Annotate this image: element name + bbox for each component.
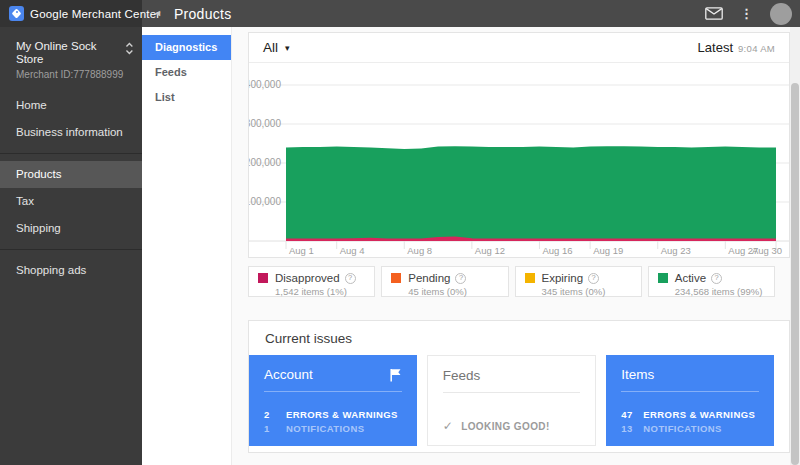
notifications-label: NOTIFICATIONS: [643, 423, 721, 434]
sidebar-item-tax[interactable]: Tax: [0, 188, 142, 215]
issue-status-ok: ✓ LOOKING GOOD!: [443, 419, 581, 433]
sidebar-item-shipping[interactable]: Shipping: [0, 215, 142, 242]
legend-item-active: Active ? 234,568 items (99%): [648, 266, 775, 297]
chart-toolbar: All ▾ Latest9:04 AM: [249, 33, 789, 63]
notifications-count: 13: [621, 423, 634, 434]
main-content: All ▾ Latest9:04 AM 100,000200,000300,00…: [232, 27, 790, 465]
app-logo[interactable]: Google Merchant Center: [0, 0, 142, 27]
divider: [264, 391, 402, 392]
issue-card-account[interactable]: Account 2 ERRORS & WARNINGS 1: [249, 355, 417, 446]
diagnostics-chart-card: All ▾ Latest9:04 AM 100,000200,000300,00…: [248, 32, 790, 258]
errors-count: 2: [264, 409, 277, 420]
issue-card-items[interactable]: Items 47 ERRORS & WARNINGS 13 NOTIFICATI…: [606, 355, 774, 446]
issue-card-title: Account: [264, 367, 313, 382]
svg-text:300,000: 300,000: [249, 118, 281, 129]
avatar[interactable]: [770, 3, 792, 25]
latest-label: Latest: [698, 40, 733, 55]
notifications-count: 1: [264, 423, 277, 434]
legend-detail: 1,542 items (1%): [275, 286, 356, 297]
products-area-chart[interactable]: 100,000200,000300,000400,000Aug 1Aug 4Au…: [249, 63, 789, 257]
sidebar: My Online Sock Store Merchant ID:7778889…: [0, 27, 142, 465]
legend-detail: 345 items (0%): [542, 286, 606, 297]
issue-stats: 2 ERRORS & WARNINGS 1 NOTIFICATIONS: [264, 406, 402, 434]
merchant-center-app: Google Merchant Center ◄ Products ⋮ My O…: [0, 0, 800, 465]
sidebar-item-shopping-ads[interactable]: Shopping ads: [0, 257, 142, 284]
errors-count: 47: [621, 409, 634, 420]
more-menu-icon[interactable]: ⋮: [740, 7, 753, 20]
chart-legend: Disapproved ? 1,542 items (1%) Pending ?…: [248, 266, 790, 297]
tab-list[interactable]: List: [142, 85, 231, 110]
pending-color-swatch: [391, 273, 401, 283]
account-switcher[interactable]: My Online Sock Store Merchant ID:7778889…: [0, 27, 142, 92]
issue-card-title: Feeds: [443, 368, 481, 383]
svg-text:Aug 1: Aug 1: [289, 245, 314, 256]
help-icon[interactable]: ?: [345, 273, 356, 284]
active-color-swatch: [658, 273, 668, 283]
legend-label: Active: [675, 272, 706, 284]
merchant-center-logo-icon: [9, 6, 24, 21]
notifications-label: NOTIFICATIONS: [286, 423, 364, 434]
latest-time: 9:04 AM: [738, 43, 775, 54]
expiring-color-swatch: [525, 273, 535, 283]
svg-text:Aug 23: Aug 23: [661, 245, 691, 256]
current-issues-title: Current issues: [249, 321, 774, 355]
svg-text:Aug 8: Aug 8: [407, 245, 432, 256]
svg-text:Aug 16: Aug 16: [542, 245, 572, 256]
merchant-id: Merchant ID:777888999: [16, 69, 125, 80]
legend-label: Pending: [408, 272, 450, 284]
sidebar-divider: [0, 153, 142, 154]
back-icon[interactable]: ◄: [153, 0, 162, 27]
mail-icon[interactable]: [705, 7, 723, 20]
errors-label: ERRORS & WARNINGS: [286, 409, 398, 420]
legend-label: Disapproved: [275, 272, 340, 284]
sidebar-item-home[interactable]: Home: [0, 92, 142, 119]
svg-text:Aug 19: Aug 19: [593, 245, 623, 256]
chevron-down-icon: ▾: [285, 43, 290, 53]
issue-stats: 47 ERRORS & WARNINGS 13 NOTIFICATIONS: [621, 406, 759, 434]
sidebar-divider: [0, 249, 142, 250]
tab-feeds[interactable]: Feeds: [142, 60, 231, 85]
tab-diagnostics[interactable]: Diagnostics: [142, 35, 231, 60]
scrollbar-thumb[interactable]: [791, 83, 799, 465]
products-subnav: Diagnostics Feeds List: [142, 27, 232, 465]
legend-detail: 234,568 items (99%): [675, 286, 763, 297]
issue-card-feeds[interactable]: Feeds ✓ LOOKING GOOD!: [427, 355, 597, 446]
account-name: My Online Sock Store: [16, 40, 125, 66]
page-title: Products: [174, 6, 232, 22]
legend-label: Expiring: [542, 272, 584, 284]
flag-icon: [389, 368, 402, 382]
errors-label: ERRORS & WARNINGS: [643, 409, 755, 420]
legend-detail: 45 items (0%): [408, 286, 467, 297]
check-icon: ✓: [443, 419, 453, 433]
svg-text:100,000: 100,000: [249, 196, 281, 207]
help-icon[interactable]: ?: [711, 273, 722, 284]
current-issues-row: Account 2 ERRORS & WARNINGS 1: [249, 355, 774, 446]
filter-label: All: [263, 40, 278, 55]
help-icon[interactable]: ?: [588, 273, 599, 284]
current-issues-card: Current issues Account 2 ERROR: [248, 320, 790, 453]
vertical-scrollbar[interactable]: [790, 27, 800, 465]
status-label: LOOKING GOOD!: [461, 421, 550, 432]
legend-item-pending: Pending ? 45 items (0%): [381, 266, 508, 297]
filter-dropdown[interactable]: All ▾: [263, 40, 290, 55]
sidebar-item-business-information[interactable]: Business information: [0, 119, 142, 146]
unfold-more-icon: [125, 42, 134, 55]
divider: [443, 392, 581, 393]
sidebar-item-products[interactable]: Products: [0, 161, 142, 188]
top-bar: Google Merchant Center ◄ Products ⋮: [0, 0, 800, 27]
legend-item-disapproved: Disapproved ? 1,542 items (1%): [248, 266, 375, 297]
legend-item-expiring: Expiring ? 345 items (0%): [515, 266, 642, 297]
divider: [621, 391, 759, 392]
svg-text:200,000: 200,000: [249, 157, 281, 168]
app-title: Google Merchant Center: [30, 8, 160, 20]
help-icon[interactable]: ?: [455, 273, 466, 284]
latest-status: Latest9:04 AM: [698, 40, 775, 55]
issue-card-title: Items: [621, 367, 654, 382]
disapproved-color-swatch: [258, 273, 268, 283]
top-actions: ⋮: [705, 3, 800, 25]
svg-text:Aug 12: Aug 12: [475, 245, 505, 256]
svg-text:Aug 30: Aug 30: [752, 245, 782, 256]
svg-text:400,000: 400,000: [249, 79, 281, 90]
svg-text:Aug 4: Aug 4: [340, 245, 365, 256]
